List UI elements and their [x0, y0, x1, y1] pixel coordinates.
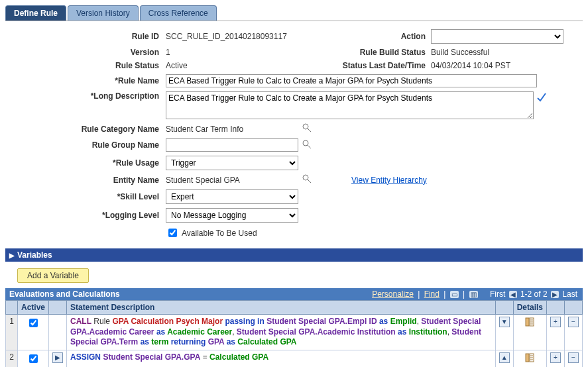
svg-line-6 — [308, 180, 311, 183]
version-value: 1 — [166, 48, 345, 57]
rule-id-value: SCC_RULE_ID_20140218093117 — [166, 32, 345, 41]
usage-select[interactable]: Trigger — [166, 156, 298, 170]
statement-description: CALL Rule GPA Calculation Psych Major pa… — [67, 315, 496, 350]
active-checkbox[interactable] — [29, 354, 38, 363]
skill-label: *Skill Level — [5, 192, 166, 201]
table-row: 1CALL Rule GPA Calculation Psych Major p… — [6, 315, 583, 350]
group-input[interactable] — [166, 138, 298, 152]
rule-status-label: Rule Status — [5, 61, 166, 70]
logging-label: *Logging Level — [5, 211, 166, 220]
category-label: Rule Category Name — [5, 125, 166, 134]
grid-toolbar: Personalize | Find | ▭ | ▥ First ◀ 1-2 o… — [370, 289, 579, 299]
move-down-icon[interactable]: ▼ — [499, 317, 510, 327]
variables-section-title: Variables — [17, 250, 52, 260]
status-dt-value: 04/03/2014 10:04 PST — [431, 61, 510, 70]
personalize-link[interactable]: Personalize — [372, 289, 414, 299]
available-label: Available To Be Used — [182, 229, 257, 238]
svg-rect-12 — [526, 354, 529, 362]
version-label: Version — [5, 48, 166, 57]
nav-next-icon[interactable]: ▶ — [551, 291, 559, 298]
nav-first[interactable]: First — [490, 289, 505, 299]
status-dt-label: Status Last Date/Time — [331, 61, 431, 70]
entity-value: Student Special GPA — [166, 176, 298, 185]
row-number: 2 — [6, 350, 18, 367]
tab-version-history[interactable]: Version History — [68, 5, 139, 21]
grid-title: Evaluations and Calculations — [9, 289, 120, 299]
category-value: Student Car Term Info — [166, 125, 298, 134]
rule-name-input[interactable] — [166, 74, 537, 87]
build-status-value: Build Successful — [431, 48, 489, 57]
usage-label: *Rule Usage — [5, 158, 166, 168]
logging-select[interactable]: No Message Logging — [166, 208, 298, 223]
delete-row-icon[interactable]: − — [568, 317, 579, 327]
add-row-icon[interactable]: + — [550, 352, 561, 363]
statement-description: ASSIGN Student Special GPA.GPA = Calcula… — [67, 350, 496, 367]
nav-prev-icon[interactable]: ◀ — [509, 291, 517, 298]
entity-label: Entity Name — [5, 176, 166, 185]
col-details: Details — [517, 303, 543, 312]
group-label: Rule Group Name — [5, 140, 166, 150]
rule-id-label: Rule ID — [5, 32, 166, 41]
lookup-icon[interactable] — [302, 174, 312, 185]
move-up-icon[interactable]: ▲ — [499, 352, 510, 363]
variables-section-header[interactable]: ▶ Variables — [5, 248, 583, 262]
details-icon[interactable] — [524, 352, 535, 363]
delete-row-icon[interactable]: − — [568, 352, 579, 363]
skill-select[interactable]: Expert — [166, 189, 298, 204]
view-entity-hierarchy-link[interactable]: View Entity Hierarchy — [351, 176, 427, 185]
svg-line-2 — [308, 129, 311, 132]
table-row: 2▶ASSIGN Student Special GPA.GPA = Calcu… — [6, 350, 583, 367]
available-checkbox-input[interactable] — [168, 229, 177, 237]
col-active: Active — [21, 303, 45, 312]
evaluations-grid: Active Statement Description Details 1CA… — [5, 300, 583, 367]
spellcheck-icon[interactable] — [536, 91, 547, 104]
active-checkbox[interactable] — [29, 319, 38, 327]
col-stmt: Statement Description — [70, 303, 154, 312]
execute-icon[interactable]: ▶ — [52, 352, 63, 363]
svg-point-3 — [303, 140, 308, 146]
action-label: Action — [345, 32, 431, 41]
find-link[interactable]: Find — [424, 289, 440, 299]
svg-line-4 — [308, 145, 311, 148]
svg-rect-7 — [526, 318, 529, 326]
tab-define-rule[interactable]: Define Rule — [5, 5, 66, 21]
rule-name-label: *Rule Name — [5, 76, 166, 85]
add-row-icon[interactable]: + — [550, 317, 561, 327]
add-variable-button[interactable]: Add a Variable — [17, 268, 89, 283]
lookup-icon[interactable] — [302, 140, 312, 151]
nav-last[interactable]: Last — [562, 289, 577, 299]
long-desc-textarea[interactable] — [166, 91, 534, 119]
long-desc-label: *Long Description — [5, 91, 166, 101]
row-number: 1 — [6, 315, 18, 350]
nav-range: 1-2 of 2 — [520, 289, 548, 299]
expand-icon: ▶ — [9, 252, 15, 259]
download-icon[interactable]: ▥ — [469, 291, 478, 298]
svg-rect-0 — [536, 91, 547, 102]
lookup-icon[interactable] — [302, 123, 312, 134]
page-tabs: Define Rule Version History Cross Refere… — [5, 5, 583, 21]
available-checkbox[interactable]: Available To Be Used — [166, 227, 257, 239]
zoom-icon[interactable]: ▭ — [450, 291, 459, 298]
action-select[interactable] — [431, 29, 563, 44]
rule-status-value: Active — [166, 61, 331, 70]
build-status-label: Rule Build Status — [345, 48, 431, 57]
tab-cross-reference[interactable]: Cross Reference — [140, 5, 217, 21]
details-icon[interactable] — [524, 317, 535, 327]
svg-point-1 — [303, 124, 308, 129]
svg-point-5 — [303, 175, 308, 180]
